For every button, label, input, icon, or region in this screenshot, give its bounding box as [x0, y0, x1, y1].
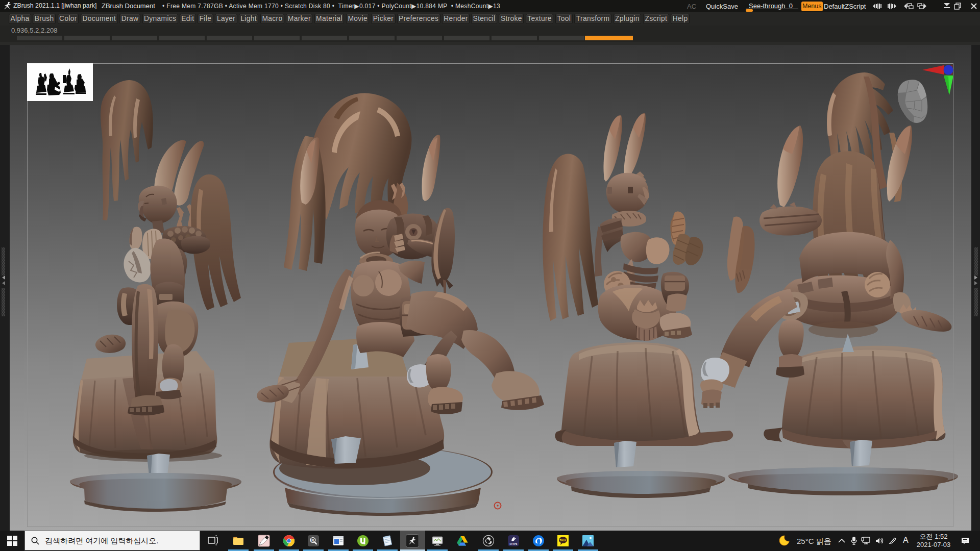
svg-text:R: R — [311, 538, 314, 543]
svg-text:HTTPS: HTTPS — [510, 543, 518, 545]
svg-text:TALK: TALK — [560, 539, 567, 542]
